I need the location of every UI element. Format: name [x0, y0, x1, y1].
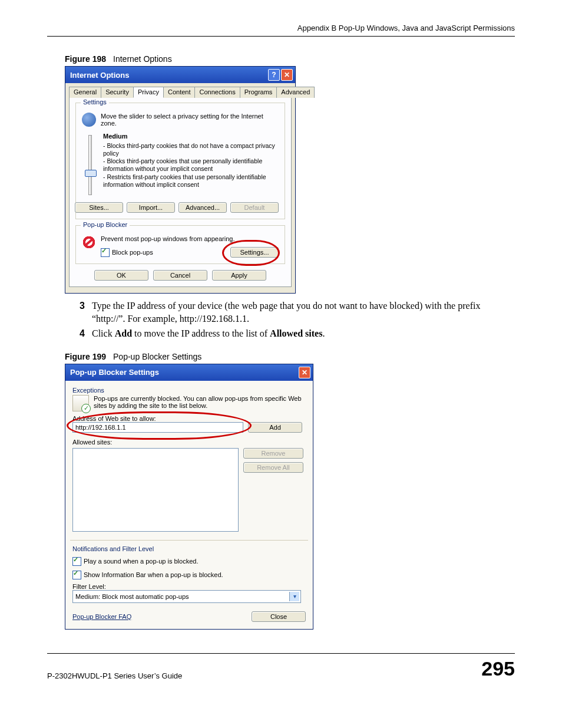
default-button: Default — [230, 202, 279, 213]
allowed-sites-listbox[interactable] — [72, 448, 239, 532]
remove-button: Remove — [243, 448, 303, 459]
block-popups-checkbox[interactable] — [101, 248, 110, 257]
popup-faq-link[interactable]: Pop-up Blocker FAQ — [72, 613, 131, 620]
divider — [70, 540, 308, 541]
filter-level-select[interactable]: Medium: Block most automatic pop-ups ▾ — [72, 590, 301, 603]
appendix-header: Appendix B Pop-Up Windows, Java and Java… — [47, 24, 515, 37]
notifications-legend: Notifications and Filter Level — [72, 545, 306, 552]
step-3-num: 3 — [77, 299, 85, 325]
privacy-desc1: - Blocks third-party cookies that do not… — [103, 142, 279, 157]
add-button[interactable]: Add — [248, 422, 302, 433]
internet-options-titlebar: Internet Options ? ✕ — [65, 67, 295, 83]
warning-icon — [82, 235, 96, 249]
fig199-num: Figure 199 — [65, 352, 106, 361]
cancel-button[interactable]: Cancel — [153, 270, 207, 281]
footer-guide: P-2302HWUDL-P1 Series User’s Guide — [47, 671, 182, 680]
step-4-num: 4 — [77, 327, 85, 340]
close-button[interactable]: Close — [252, 611, 306, 622]
allowed-label: Allowed sites: — [72, 439, 306, 446]
figure-198-caption: Figure 198Internet Options — [65, 54, 515, 64]
ok-button[interactable]: OK — [94, 270, 148, 281]
tab-programs[interactable]: Programs — [240, 87, 277, 98]
step-list: 3 Type the IP address of your device (th… — [77, 299, 515, 340]
remove-all-button: Remove All — [243, 462, 303, 473]
play-sound-checkbox[interactable] — [72, 557, 81, 566]
popup-settings-title: Pop-up Blocker Settings — [70, 368, 159, 377]
popup-settings-button[interactable]: Settings... — [230, 247, 279, 258]
footer-page-number: 295 — [481, 657, 515, 680]
popup-blocker-settings-dialog: Pop-up Blocker Settings ✕ Exceptions Pop… — [65, 364, 313, 630]
import-button[interactable]: Import... — [127, 202, 175, 213]
step4-a: Click — [92, 328, 115, 338]
address-input[interactable] — [72, 422, 243, 433]
fig198-title: Internet Options — [113, 54, 172, 64]
popup-settings-titlebar: Pop-up Blocker Settings ✕ — [65, 364, 313, 381]
step-4-text: Click Add to move the IP address to the … — [92, 327, 515, 340]
help-icon[interactable]: ? — [268, 69, 280, 81]
internet-options-dialog: Internet Options ? ✕ General Security Pr… — [65, 66, 296, 294]
block-popups-label: Block pop-ups — [112, 249, 153, 256]
popup-legend: Pop-up Blocker — [81, 221, 130, 228]
exceptions-legend: Exceptions — [72, 387, 306, 394]
step4-e: . — [322, 328, 325, 338]
step-3-text: Type the IP address of your device (the … — [92, 299, 515, 325]
settings-group: Settings Move the slider to select a pri… — [75, 103, 285, 219]
show-infobar-checkbox[interactable] — [72, 571, 81, 579]
privacy-slider[interactable] — [88, 135, 92, 195]
popup-blocker-group: Pop-up Blocker Prevent most pop-up windo… — [75, 225, 285, 264]
show-infobar-label: Show Information Bar when a pop-up is bl… — [84, 571, 223, 578]
chevron-down-icon[interactable]: ▾ — [289, 592, 299, 601]
internet-options-title: Internet Options — [70, 71, 129, 80]
globe-icon — [82, 113, 96, 127]
apply-button[interactable]: Apply — [212, 270, 266, 281]
info-check-icon — [72, 395, 89, 411]
close-icon[interactable]: ✕ — [281, 69, 293, 81]
step4-c: to move the IP address to the list of — [132, 328, 270, 338]
close-icon[interactable]: ✕ — [299, 367, 310, 378]
settings-intro: Move the slider to select a privacy sett… — [101, 113, 279, 127]
fig199-title: Pop-up Blocker Settings — [113, 352, 201, 361]
privacy-desc2: - Blocks third-party cookies that use pe… — [103, 157, 279, 173]
tab-connections[interactable]: Connections — [194, 87, 240, 98]
exceptions-info: Pop-ups are currently blocked. You can a… — [94, 395, 306, 411]
tab-advanced[interactable]: Advanced — [276, 87, 315, 98]
page-footer: P-2302HWUDL-P1 Series User’s Guide 295 — [47, 653, 515, 680]
privacy-level-name: Medium — [103, 133, 279, 140]
figure-199-caption: Figure 199Pop-up Blocker Settings — [65, 352, 515, 361]
tabs: General Security Privacy Content Connect… — [69, 87, 292, 98]
slider-thumb-icon[interactable] — [85, 170, 97, 177]
step4-b: Add — [115, 328, 132, 338]
privacy-desc3: - Restricts first-party cookies that use… — [103, 173, 279, 189]
tab-privacy[interactable]: Privacy — [133, 87, 164, 98]
advanced-button[interactable]: Advanced... — [178, 202, 227, 213]
tab-content[interactable]: Content — [163, 87, 196, 98]
popup-desc: Prevent most pop-up windows from appeari… — [101, 235, 279, 242]
sites-button[interactable]: Sites... — [75, 202, 123, 213]
settings-legend: Settings — [81, 98, 109, 106]
filter-level-label: Filter Level: — [72, 583, 306, 590]
tab-general[interactable]: General — [69, 87, 101, 98]
step4-d: Allowed sites — [270, 328, 322, 338]
filter-level-value: Medium: Block most automatic pop-ups — [75, 593, 189, 600]
address-label: Address of Web site to allow: — [72, 415, 306, 422]
fig198-num: Figure 198 — [65, 54, 106, 64]
play-sound-label: Play a sound when a pop-up is blocked. — [84, 558, 198, 565]
tab-security[interactable]: Security — [101, 87, 134, 98]
